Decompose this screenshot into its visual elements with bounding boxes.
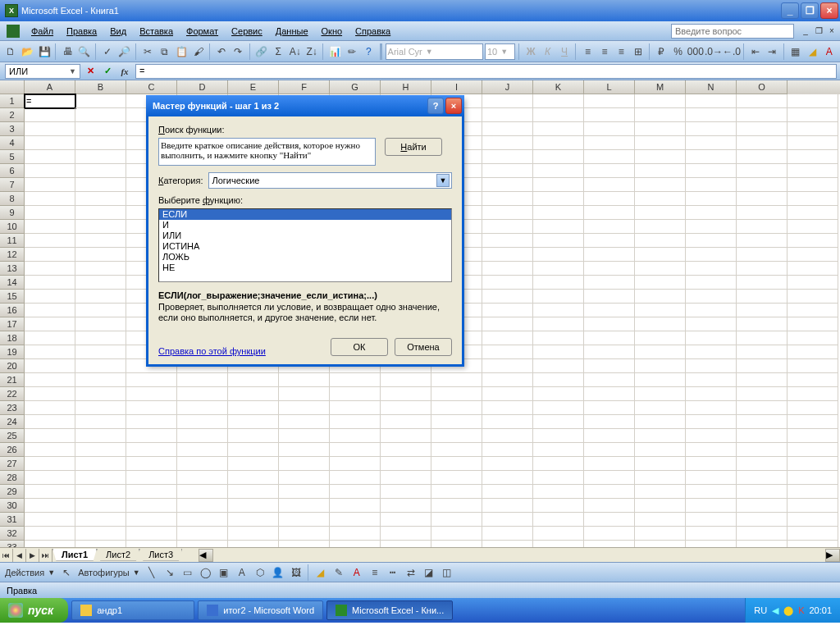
format-painter-button[interactable]: 🖌 — [190, 43, 205, 60]
cell[interactable] — [788, 415, 838, 429]
cell[interactable] — [482, 513, 533, 527]
row-header[interactable]: 13 — [0, 262, 25, 276]
cell[interactable] — [25, 401, 75, 415]
cell[interactable] — [126, 401, 177, 415]
cell[interactable] — [126, 429, 177, 443]
picture-button[interactable]: 🖼 — [288, 564, 304, 581]
cell[interactable] — [686, 150, 737, 164]
cell[interactable] — [330, 373, 381, 387]
row-header[interactable]: 22 — [0, 387, 25, 401]
cell[interactable] — [533, 317, 584, 331]
underline-button[interactable]: Ч — [557, 43, 572, 60]
cell[interactable] — [584, 359, 635, 373]
cell[interactable] — [686, 304, 737, 317]
cell[interactable] — [584, 276, 635, 290]
cell[interactable] — [482, 373, 533, 387]
cell[interactable] — [533, 206, 584, 220]
cell[interactable] — [228, 415, 279, 429]
wordart-button[interactable]: A — [234, 564, 250, 581]
cell[interactable] — [788, 150, 838, 164]
cell[interactable] — [635, 164, 686, 178]
cell[interactable] — [788, 276, 838, 290]
prev-sheet-button[interactable]: ◀ — [13, 549, 26, 562]
cell[interactable]: = — [25, 94, 75, 108]
cell[interactable] — [584, 150, 635, 164]
cell[interactable] — [788, 94, 838, 108]
cell[interactable] — [635, 108, 686, 122]
cell[interactable] — [533, 234, 584, 248]
cell[interactable] — [737, 345, 788, 359]
cell[interactable] — [584, 331, 635, 345]
cell[interactable] — [228, 527, 279, 541]
spellcheck-button[interactable]: ✓ — [100, 43, 115, 60]
cell[interactable] — [482, 290, 533, 304]
cell[interactable] — [431, 457, 482, 471]
drawing-button[interactable]: ✏ — [345, 43, 359, 60]
cell[interactable] — [737, 401, 788, 415]
menu-insert[interactable]: Вставка — [133, 24, 180, 39]
cell[interactable] — [635, 178, 686, 192]
cell[interactable] — [788, 513, 838, 527]
cell[interactable] — [482, 541, 533, 547]
cell[interactable] — [25, 248, 75, 262]
cell[interactable] — [126, 527, 177, 541]
cell[interactable] — [533, 373, 584, 387]
row-header[interactable]: 33 — [0, 541, 25, 547]
cell[interactable] — [788, 136, 838, 150]
cell[interactable] — [737, 192, 788, 206]
cancel-formula-button[interactable]: ✕ — [83, 64, 98, 79]
cell[interactable] — [533, 164, 584, 178]
cell[interactable] — [788, 457, 838, 471]
cell[interactable] — [737, 206, 788, 220]
chart-wizard-button[interactable]: 📊 — [327, 43, 342, 60]
font-color-button[interactable]: A — [822, 43, 837, 60]
row-header[interactable]: 16 — [0, 304, 25, 317]
cell[interactable] — [330, 415, 381, 429]
cell[interactable] — [177, 485, 228, 499]
cell[interactable] — [75, 304, 126, 317]
align-right-button[interactable]: ≡ — [614, 43, 628, 60]
cell[interactable] — [228, 513, 279, 527]
cell[interactable] — [533, 471, 584, 485]
select-all-corner[interactable] — [0, 80, 25, 94]
cell[interactable] — [75, 429, 126, 443]
cell[interactable] — [533, 220, 584, 234]
cell[interactable] — [533, 304, 584, 317]
cell[interactable] — [381, 443, 431, 457]
new-button[interactable]: 🗋 — [3, 43, 18, 60]
row-header[interactable]: 25 — [0, 429, 25, 443]
row-header[interactable]: 6 — [0, 164, 25, 178]
cell[interactable] — [533, 345, 584, 359]
cell[interactable] — [788, 122, 838, 136]
cell[interactable] — [584, 192, 635, 206]
cell[interactable] — [25, 527, 75, 541]
cell[interactable] — [126, 415, 177, 429]
cell[interactable] — [482, 248, 533, 262]
cell[interactable] — [482, 192, 533, 206]
print-button[interactable]: 🖶 — [60, 43, 75, 60]
cell[interactable] — [686, 527, 737, 541]
cell[interactable] — [584, 387, 635, 401]
cell[interactable] — [737, 304, 788, 317]
cell[interactable] — [533, 276, 584, 290]
cell[interactable] — [533, 429, 584, 443]
cell[interactable] — [584, 122, 635, 136]
col-header[interactable]: O — [737, 80, 788, 94]
cell[interactable] — [533, 513, 584, 527]
scroll-left-button[interactable]: ◀ — [199, 549, 213, 562]
cell[interactable] — [25, 317, 75, 331]
cell[interactable] — [75, 415, 126, 429]
row-header[interactable]: 5 — [0, 150, 25, 164]
cell[interactable] — [75, 150, 126, 164]
cell[interactable] — [584, 345, 635, 359]
cell[interactable] — [279, 485, 330, 499]
cell[interactable] — [228, 485, 279, 499]
sheet-tab[interactable]: Лист1 — [52, 549, 97, 561]
cell[interactable] — [584, 429, 635, 443]
undo-button[interactable]: ↶ — [214, 43, 229, 60]
row-header[interactable]: 17 — [0, 317, 25, 331]
cell[interactable] — [635, 276, 686, 290]
cell[interactable] — [737, 94, 788, 108]
cell[interactable] — [737, 513, 788, 527]
menu-format[interactable]: Формат — [180, 24, 225, 39]
